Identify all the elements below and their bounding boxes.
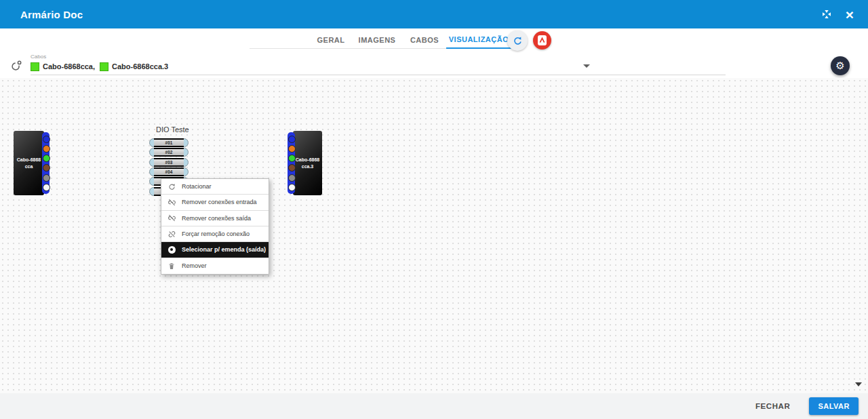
refresh-button[interactable]: [507, 31, 528, 51]
toolbar: GERAL IMAGENS CABOS VISUALIZAÇÃO: [0, 28, 868, 78]
port-body[interactable]: #02: [154, 148, 184, 157]
tab-label: VISUALIZAÇÃO: [449, 35, 509, 43]
menu-item-remover-conexoes-saida[interactable]: Remover conexões saída: [161, 211, 269, 226]
pdf-icon: [538, 35, 547, 45]
link-off-icon: [161, 198, 182, 207]
gear-icon: ⚙: [835, 60, 844, 72]
cable-chip[interactable]: Cabo-6868cca,: [31, 62, 95, 71]
cable-chip-label: Cabo-6868cca,: [43, 62, 95, 71]
fiber-endpoint[interactable]: [43, 155, 50, 162]
fiber-endpoint[interactable]: [288, 174, 296, 182]
fiber-endpoint[interactable]: [288, 136, 296, 143]
salvar-button[interactable]: SALVAR: [809, 397, 859, 415]
menu-item-rotacionar[interactable]: Rotacionar: [161, 179, 269, 195]
cable-chip-label: Cabo-6868cca.3: [112, 62, 168, 71]
fiber-endpoint[interactable]: [288, 145, 296, 153]
fiber-endpoint[interactable]: [43, 145, 50, 153]
menu-item-label: Remover: [182, 262, 207, 269]
close-icon: ×: [846, 7, 854, 22]
adjust-icon: [161, 246, 182, 254]
tab-label: IMAGENS: [359, 36, 396, 44]
dio-node-title: DIO Teste: [156, 125, 189, 134]
compress-icon: [821, 9, 832, 20]
dio-port-row[interactable]: #02: [149, 148, 189, 157]
cabos-select[interactable]: Cabo-6868cca, Cabo-6868cca.3: [31, 60, 168, 73]
refresh-icon: [512, 35, 524, 47]
pdf-export-button[interactable]: [533, 31, 551, 49]
menu-item-forcar-remocao-conexao[interactable]: Forçar remoção conexão: [161, 226, 269, 242]
reload-cables-button[interactable]: [9, 59, 24, 74]
link-off-icon: [161, 214, 182, 222]
cable-name-line1: Cabo-6868: [296, 157, 319, 163]
fiber-endpoint[interactable]: [288, 164, 296, 172]
tab-geral[interactable]: GERAL: [311, 31, 351, 49]
dio-port-row[interactable]: #04: [149, 167, 189, 176]
diagram-canvas[interactable]: Cabo-6868 cca DIO Teste #01 #02 #03 #04: [0, 78, 868, 393]
rotate-left-icon: [9, 59, 24, 73]
cable-body[interactable]: Cabo-6868 cca.3: [293, 131, 322, 195]
scroll-down-arrow[interactable]: [855, 382, 862, 386]
menu-item-label: Remover conexões saída: [182, 215, 251, 222]
cable-node-left[interactable]: Cabo-6868 cca: [14, 131, 52, 195]
tab-visualizacao[interactable]: VISUALIZAÇÃO: [446, 31, 511, 49]
menu-item-selecionar-emenda[interactable]: Selecionar p/ emenda (saída): [161, 242, 269, 258]
menu-item-label: Rotacionar: [182, 183, 212, 190]
cable-name-line2: cca.3: [302, 163, 314, 169]
port-label: #04: [165, 169, 173, 174]
cable-name-line1: Cabo-6868: [17, 157, 41, 163]
trash-icon: [161, 262, 182, 271]
port-label: #02: [165, 150, 173, 155]
cable-node-right[interactable]: Cabo-6868 cca.3: [285, 131, 323, 195]
port-label: #01: [165, 140, 173, 145]
tab-label: GERAL: [317, 36, 345, 44]
fiber-endpoint[interactable]: [43, 164, 50, 172]
cable-color-swatch: [31, 62, 39, 71]
cable-chip[interactable]: Cabo-6868cca.3: [100, 62, 168, 71]
select-underline: [31, 75, 726, 75]
context-menu: Rotacionar Remover conexões entrada: [161, 178, 269, 275]
fiber-endpoint[interactable]: [43, 184, 50, 191]
tab-bar: GERAL IMAGENS CABOS VISUALIZAÇÃO: [311, 31, 511, 49]
menu-item-label: Selecionar p/ emenda (saída): [182, 246, 266, 253]
port-body[interactable]: #03: [154, 158, 184, 167]
fiber-endpoint[interactable]: [43, 136, 50, 143]
fiber-endpoint[interactable]: [288, 155, 296, 162]
menu-item-label: Remover conexões entrada: [182, 199, 257, 205]
close-button[interactable]: ×: [838, 0, 861, 28]
dio-port-row[interactable]: #01: [149, 138, 189, 147]
footer-bar: FECHAR SALVAR: [0, 393, 868, 419]
port-body[interactable]: #01: [154, 138, 184, 147]
tab-label: CABOS: [410, 36, 439, 44]
cabos-field-label: Cabos: [31, 54, 46, 60]
cable-name-line2: cca: [25, 163, 33, 169]
menu-item-remover-conexoes-entrada[interactable]: Remover conexões entrada: [161, 195, 269, 210]
link-break-icon: [161, 230, 182, 239]
menu-item-label: Forçar remoção conexão: [182, 231, 250, 237]
tab-imagens[interactable]: IMAGENS: [351, 31, 403, 49]
port-label: #03: [165, 160, 173, 165]
chevron-down-icon[interactable]: [583, 64, 590, 68]
fechar-button[interactable]: FECHAR: [755, 402, 791, 410]
settings-button[interactable]: ⚙: [831, 56, 850, 75]
cable-color-swatch: [100, 62, 108, 71]
menu-item-remover[interactable]: Remover: [161, 258, 269, 273]
fiber-endpoint[interactable]: [43, 174, 50, 182]
dio-port-row[interactable]: #03: [149, 158, 189, 167]
port-body[interactable]: #04: [154, 167, 184, 176]
page-title: Armário Doc: [20, 9, 83, 20]
tab-cabos[interactable]: CABOS: [403, 31, 446, 49]
app-header: Armário Doc ×: [0, 0, 868, 28]
compress-button[interactable]: [815, 0, 838, 28]
fiber-endpoint[interactable]: [288, 184, 296, 191]
cable-body[interactable]: Cabo-6868 cca: [14, 131, 44, 195]
rotate-icon: [161, 182, 182, 191]
